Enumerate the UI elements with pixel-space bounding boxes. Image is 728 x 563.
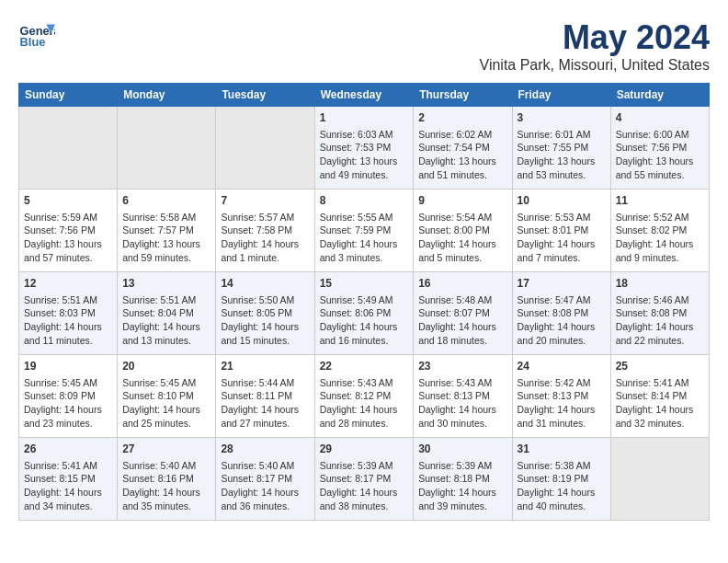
sunset-text: Sunset: 8:18 PM (418, 473, 490, 484)
sunrise-text: Sunrise: 6:01 AM (518, 129, 591, 140)
sunrise-text: Sunrise: 5:40 AM (122, 460, 196, 471)
calendar-cell: 9Sunrise: 5:54 AMSunset: 8:00 PMDaylight… (414, 190, 512, 272)
day-number: 18 (616, 276, 704, 292)
sunrise-text: Sunrise: 5:47 AM (518, 294, 591, 305)
sunset-text: Sunset: 8:13 PM (418, 390, 490, 401)
calendar-table: SundayMondayTuesdayWednesdayThursdayFrid… (18, 83, 710, 521)
daylight-text: Daylight: 14 hours and 27 minutes. (221, 404, 299, 429)
daylight-text: Daylight: 14 hours and 39 minutes. (418, 487, 496, 511)
daylight-text: Daylight: 14 hours and 13 minutes. (122, 321, 200, 346)
calendar-cell: 19Sunrise: 5:45 AMSunset: 8:09 PMDayligh… (19, 355, 118, 438)
sunrise-text: Sunrise: 5:38 AM (518, 460, 591, 471)
sunset-text: Sunset: 7:56 PM (24, 224, 96, 236)
day-header-monday: Monday (118, 84, 216, 107)
calendar-cell: 7Sunrise: 5:57 AMSunset: 7:58 PMDaylight… (216, 190, 314, 272)
calendar-week-1: 1Sunrise: 6:03 AMSunset: 7:53 PMDaylight… (19, 107, 710, 190)
logo-icon: General Blue (18, 18, 55, 55)
daylight-text: Daylight: 14 hours and 1 minute. (221, 238, 299, 263)
sunset-text: Sunset: 8:19 PM (518, 473, 589, 484)
calendar-header-row: SundayMondayTuesdayWednesdayThursdayFrid… (19, 84, 710, 107)
day-number: 11 (616, 193, 704, 209)
day-number: 14 (221, 276, 309, 292)
daylight-text: Daylight: 14 hours and 23 minutes. (24, 404, 102, 429)
sunset-text: Sunset: 8:01 PM (518, 224, 589, 236)
sunset-text: Sunset: 8:00 PM (418, 224, 490, 236)
calendar-week-4: 19Sunrise: 5:45 AMSunset: 8:09 PMDayligh… (19, 355, 710, 438)
sunset-text: Sunset: 8:05 PM (221, 307, 292, 318)
calendar-cell: 31Sunrise: 5:38 AMSunset: 8:19 PMDayligh… (512, 438, 610, 521)
daylight-text: Daylight: 14 hours and 31 minutes. (518, 404, 596, 429)
sunset-text: Sunset: 7:58 PM (221, 224, 292, 236)
sunrise-text: Sunrise: 5:43 AM (418, 377, 492, 388)
day-number: 3 (518, 110, 606, 126)
day-number: 2 (418, 110, 506, 126)
sunrise-text: Sunrise: 5:55 AM (320, 212, 393, 223)
sunset-text: Sunset: 8:16 PM (122, 473, 194, 484)
day-number: 5 (24, 193, 112, 209)
daylight-text: Daylight: 13 hours and 59 minutes. (122, 238, 200, 263)
calendar-cell: 21Sunrise: 5:44 AMSunset: 8:11 PMDayligh… (216, 355, 314, 438)
calendar-cell: 15Sunrise: 5:49 AMSunset: 8:06 PMDayligh… (314, 272, 414, 355)
daylight-text: Daylight: 14 hours and 5 minutes. (418, 238, 496, 263)
day-number: 10 (518, 193, 606, 209)
daylight-text: Daylight: 14 hours and 35 minutes. (122, 487, 200, 511)
sunrise-text: Sunrise: 5:49 AM (320, 294, 393, 305)
sunrise-text: Sunrise: 5:51 AM (24, 294, 97, 305)
sunset-text: Sunset: 8:06 PM (320, 307, 392, 318)
calendar-cell: 25Sunrise: 5:41 AMSunset: 8:14 PMDayligh… (610, 355, 709, 438)
sunrise-text: Sunrise: 5:58 AM (122, 212, 196, 223)
sunrise-text: Sunrise: 5:43 AM (320, 377, 393, 388)
daylight-text: Daylight: 14 hours and 20 minutes. (518, 321, 596, 346)
sunrise-text: Sunrise: 5:39 AM (320, 460, 393, 471)
sunset-text: Sunset: 7:55 PM (518, 142, 589, 153)
calendar-cell: 28Sunrise: 5:40 AMSunset: 8:17 PMDayligh… (216, 438, 314, 521)
sunrise-text: Sunrise: 6:02 AM (418, 129, 492, 140)
daylight-text: Daylight: 14 hours and 22 minutes. (616, 321, 694, 346)
sunset-text: Sunset: 8:17 PM (320, 473, 392, 484)
sunrise-text: Sunrise: 5:41 AM (616, 377, 689, 388)
day-header-thursday: Thursday (414, 84, 512, 107)
sunset-text: Sunset: 8:14 PM (616, 390, 688, 401)
daylight-text: Daylight: 14 hours and 38 minutes. (320, 487, 398, 511)
sunset-text: Sunset: 8:11 PM (221, 390, 292, 401)
sunrise-text: Sunrise: 5:46 AM (616, 294, 689, 305)
sunset-text: Sunset: 8:03 PM (24, 307, 96, 318)
sunrise-text: Sunrise: 5:39 AM (418, 460, 492, 471)
daylight-text: Daylight: 14 hours and 15 minutes. (221, 321, 299, 346)
daylight-text: Daylight: 14 hours and 11 minutes. (24, 321, 102, 346)
day-number: 19 (24, 359, 112, 374)
calendar-cell (610, 438, 709, 521)
day-number: 29 (320, 442, 409, 457)
calendar-cell: 2Sunrise: 6:02 AMSunset: 7:54 PMDaylight… (414, 107, 512, 190)
daylight-text: Daylight: 14 hours and 36 minutes. (221, 487, 299, 511)
day-number: 1 (320, 110, 409, 126)
day-number: 26 (24, 442, 112, 457)
daylight-text: Daylight: 13 hours and 53 minutes. (518, 155, 596, 180)
sunrise-text: Sunrise: 5:40 AM (221, 460, 294, 471)
calendar-cell: 1Sunrise: 6:03 AMSunset: 7:53 PMDaylight… (314, 107, 414, 190)
sunrise-text: Sunrise: 5:59 AM (24, 212, 97, 223)
sunrise-text: Sunrise: 6:03 AM (320, 129, 393, 140)
sunset-text: Sunset: 7:53 PM (320, 142, 392, 153)
sunset-text: Sunset: 8:08 PM (616, 307, 688, 318)
day-number: 20 (122, 359, 210, 374)
day-number: 27 (122, 442, 210, 457)
day-number: 30 (418, 442, 506, 457)
sunrise-text: Sunrise: 5:45 AM (24, 377, 97, 388)
calendar-cell: 30Sunrise: 5:39 AMSunset: 8:18 PMDayligh… (414, 438, 512, 521)
calendar-cell: 22Sunrise: 5:43 AMSunset: 8:12 PMDayligh… (314, 355, 414, 438)
daylight-text: Daylight: 14 hours and 40 minutes. (518, 487, 596, 511)
sunset-text: Sunset: 7:57 PM (122, 224, 194, 236)
main-title: May 2024 (480, 18, 710, 57)
day-header-tuesday: Tuesday (216, 84, 314, 107)
calendar-cell: 23Sunrise: 5:43 AMSunset: 8:13 PMDayligh… (414, 355, 512, 438)
calendar-cell: 17Sunrise: 5:47 AMSunset: 8:08 PMDayligh… (512, 272, 610, 355)
day-number: 15 (320, 276, 409, 292)
day-number: 8 (320, 193, 409, 209)
calendar-cell: 10Sunrise: 5:53 AMSunset: 8:01 PMDayligh… (512, 190, 610, 272)
title-block: May 2024 Vinita Park, Missouri, United S… (480, 18, 710, 74)
sunrise-text: Sunrise: 5:41 AM (24, 460, 97, 471)
day-header-friday: Friday (512, 84, 610, 107)
calendar-cell: 4Sunrise: 6:00 AMSunset: 7:56 PMDaylight… (610, 107, 709, 190)
day-number: 28 (221, 442, 309, 457)
